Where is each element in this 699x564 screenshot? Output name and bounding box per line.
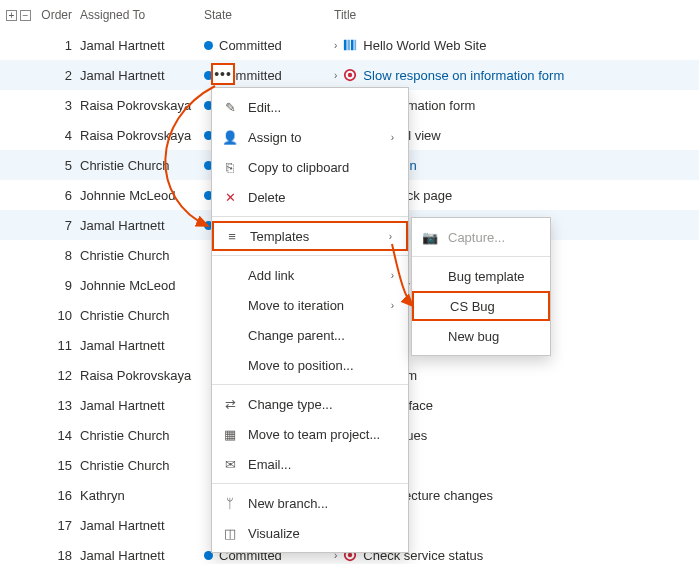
cell-order: 14 [36, 428, 80, 443]
chevron-right-icon: › [334, 70, 337, 81]
chevron-right-icon: › [334, 40, 337, 51]
cell-order: 4 [36, 128, 80, 143]
cell-assigned: Jamal Hartnett [80, 398, 204, 413]
cell-assigned: Raisa Pokrovskaya [80, 128, 204, 143]
menu-item-label: New branch... [248, 496, 394, 511]
menu-item-change-type[interactable]: ⇄Change type... [212, 389, 408, 419]
svg-point-15 [348, 553, 352, 557]
menu-item-label: Copy to clipboard [248, 160, 394, 175]
collapse-all-icon[interactable] [20, 10, 31, 21]
chevron-right-icon: › [391, 300, 394, 311]
chevron-right-icon: › [391, 270, 394, 281]
menu-item-label: Add link [248, 268, 381, 283]
cell-assigned: Kathryn [80, 488, 204, 503]
expand-collapse-header[interactable] [0, 10, 36, 21]
cell-order: 12 [36, 368, 80, 383]
menu-item-new-bug[interactable]: New bug [412, 321, 550, 351]
col-header-order[interactable]: Order [36, 8, 80, 22]
menu-item-capture[interactable]: 📷Capture... [412, 222, 550, 252]
menu-item-icon: ▦ [222, 427, 238, 442]
menu-item-label: Bug template [448, 269, 536, 284]
cell-assigned: Raisa Pokrovskaya [80, 98, 204, 113]
menu-item-move-to-iteration[interactable]: Move to iteration› [212, 290, 408, 320]
menu-separator [212, 255, 408, 256]
menu-item-icon: ᛘ [222, 496, 238, 511]
cell-order: 15 [36, 458, 80, 473]
cell-order: 2 [36, 68, 80, 83]
cell-assigned: Johnnie McLeod [80, 278, 204, 293]
menu-item-icon: ✎ [222, 100, 238, 115]
cell-assigned: Jamal Hartnett [80, 68, 204, 83]
menu-item-move-to-position[interactable]: Move to position... [212, 350, 408, 380]
menu-item-label: Templates [250, 229, 379, 244]
menu-item-copy-to-clipboard[interactable]: ⎘Copy to clipboard [212, 152, 408, 182]
menu-item-new-branch[interactable]: ᛘNew branch... [212, 488, 408, 518]
menu-item-bug-template[interactable]: Bug template [412, 261, 550, 291]
cell-assigned: Christie Church [80, 458, 204, 473]
col-header-assigned[interactable]: Assigned To [80, 8, 204, 22]
expand-all-icon[interactable] [6, 10, 17, 21]
menu-item-label: Change type... [248, 397, 394, 412]
cell-title[interactable]: ›Slow response on information form [334, 68, 699, 83]
menu-item-icon: ≡ [224, 229, 240, 244]
cell-assigned: Johnnie McLeod [80, 188, 204, 203]
menu-item-label: Move to position... [248, 358, 394, 373]
menu-item-cs-bug[interactable]: CS Bug [412, 291, 550, 321]
menu-item-edit[interactable]: ✎Edit... [212, 92, 408, 122]
bug-icon [343, 68, 357, 82]
cell-order: 13 [36, 398, 80, 413]
menu-item-templates[interactable]: ≡Templates› [212, 221, 408, 251]
more-actions-button[interactable]: ••• [211, 63, 235, 85]
menu-item-visualize[interactable]: ◫Visualize [212, 518, 408, 548]
menu-item-label: Email... [248, 457, 394, 472]
menu-item-label: Move to team project... [248, 427, 394, 442]
table-row[interactable]: 2Jamal HartnettCommitted›Slow response o… [0, 60, 699, 90]
state-dot-icon [204, 41, 213, 50]
menu-item-label: New bug [448, 329, 536, 344]
cell-order: 17 [36, 518, 80, 533]
menu-item-label: Visualize [248, 526, 394, 541]
cell-assigned: Jamal Hartnett [80, 548, 204, 563]
col-header-title[interactable]: Title [334, 8, 699, 22]
menu-item-change-parent[interactable]: Change parent... [212, 320, 408, 350]
cell-order: 3 [36, 98, 80, 113]
menu-item-icon: 📷 [422, 230, 438, 245]
menu-separator [412, 256, 550, 257]
chevron-right-icon: › [389, 231, 392, 242]
cell-assigned: Christie Church [80, 248, 204, 263]
menu-item-icon: ✉ [222, 457, 238, 472]
svg-rect-0 [344, 40, 347, 51]
svg-rect-1 [348, 40, 351, 51]
cell-assigned: Jamal Hartnett [80, 38, 204, 53]
menu-item-delete[interactable]: ✕Delete [212, 182, 408, 212]
templates-submenu: 📷Capture...Bug templateCS BugNew bug [411, 217, 551, 356]
cell-title[interactable]: ›Hello World Web Site [334, 38, 699, 53]
menu-item-label: Change parent... [248, 328, 394, 343]
menu-item-assign-to[interactable]: 👤Assign to› [212, 122, 408, 152]
menu-item-add-link[interactable]: Add link› [212, 260, 408, 290]
cell-state: Committed [204, 38, 334, 53]
menu-item-label: Assign to [248, 130, 381, 145]
menu-item-move-to-team-project[interactable]: ▦Move to team project... [212, 419, 408, 449]
cell-order: 7 [36, 218, 80, 233]
cell-order: 11 [36, 338, 80, 353]
menu-item-label: CS Bug [450, 299, 534, 314]
cell-order: 6 [36, 188, 80, 203]
col-header-state[interactable]: State [204, 8, 334, 22]
cell-order: 16 [36, 488, 80, 503]
cell-assigned: Christie Church [80, 158, 204, 173]
svg-point-5 [348, 73, 352, 77]
cell-order: 9 [36, 278, 80, 293]
svg-rect-3 [355, 40, 357, 51]
menu-separator [212, 483, 408, 484]
table-row[interactable]: 1Jamal HartnettCommitted›Hello World Web… [0, 30, 699, 60]
cell-assigned: Jamal Hartnett [80, 218, 204, 233]
cell-assigned: Jamal Hartnett [80, 518, 204, 533]
menu-item-email[interactable]: ✉Email... [212, 449, 408, 479]
cell-assigned: Raisa Pokrovskaya [80, 368, 204, 383]
menu-item-icon: ⎘ [222, 160, 238, 175]
cell-order: 10 [36, 308, 80, 323]
menu-separator [212, 384, 408, 385]
menu-item-icon: 👤 [222, 130, 238, 145]
grid-header: Order Assigned To State Title [0, 0, 699, 30]
